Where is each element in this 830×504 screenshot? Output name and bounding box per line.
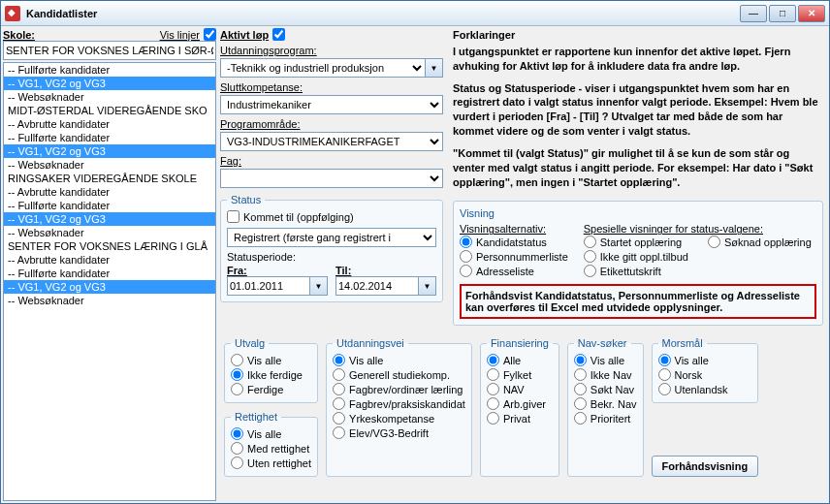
navsoker-group: Nav-søker Vis alle Ikke Nav Søkt Nav Bek… (567, 337, 644, 477)
kommet-til-check[interactable]: Kommet til (oppfølging) (227, 209, 436, 224)
spesielle-radio[interactable]: Etikettutskrift (584, 264, 688, 278)
list-item[interactable]: -- Fullførte kandidater (4, 199, 215, 212)
navsoker-radio[interactable]: Vis alle (574, 353, 637, 367)
finans-radio[interactable]: Fylket (487, 367, 553, 382)
navsoker-radio[interactable]: Søkt Nav (574, 382, 637, 396)
rettighet-radio[interactable]: Med rettighet (231, 441, 311, 456)
visningsalt-label: Visningsalternativ: (460, 223, 568, 235)
utdvei-radio[interactable]: Fagbrev/ordinær lærling (333, 382, 465, 396)
list-item[interactable]: -- VG1, VG2 og VG3 (4, 144, 215, 158)
list-item[interactable]: -- Websøknader (4, 158, 215, 172)
visningsalt-radio[interactable]: Kandidatstatus (460, 235, 568, 249)
rettighet-radio[interactable]: Vis alle (231, 426, 311, 441)
maximize-button[interactable]: □ (769, 5, 796, 22)
morsmal-radio[interactable]: Utenlandsk (658, 382, 752, 396)
utdprog-select[interactable]: -Teknikk og industriell produksjon (220, 58, 426, 78)
visningsalt-radio[interactable]: Adresseliste (460, 264, 568, 278)
finans-legend: Finansiering (487, 337, 553, 349)
aktivt-lop-label: Aktivt løp (220, 29, 269, 41)
aktivt-lop-check[interactable]: Aktivt løp (220, 28, 443, 41)
utdvei-legend: Utdanningsvei (333, 337, 408, 349)
navsoker-radio[interactable]: Ikke Nav (574, 367, 637, 382)
skole-label: Skole: (3, 29, 35, 41)
visningsalt-radio[interactable]: Personnummerliste (460, 249, 568, 264)
forklaring-p1: I utgangspunktet er rapportene kun innen… (453, 46, 790, 72)
minimize-button[interactable]: ― (740, 5, 767, 22)
titlebar: Kandidatlister ― □ ✕ (1, 1, 829, 26)
til-label: Til: (335, 265, 436, 276)
spesielle-radio[interactable]: Startet opplæring (584, 235, 688, 249)
utdvei-radio[interactable]: Vis alle (333, 353, 465, 367)
vis-linjer-checkbox[interactable] (204, 28, 216, 41)
kommet-til-checkbox[interactable] (227, 210, 239, 223)
programomrade-select[interactable]: VG3-INDUSTRIMEKANIKERFAGET (220, 132, 443, 151)
morsmal-radio[interactable]: Norsk (658, 367, 752, 382)
skole-list[interactable]: -- Fullførte kandidater-- VG1, VG2 og VG… (3, 62, 216, 501)
status-group: Status Kommet til (oppfølging) Registrer… (220, 194, 443, 302)
list-item[interactable]: -- Avbrutte kandidater (4, 117, 215, 131)
status-select[interactable]: Registrert (første gang registrert i (227, 228, 436, 247)
chevron-down-icon[interactable]: ▼ (426, 58, 443, 78)
morsmal-group: Morsmål Vis alle Norsk Utenlandsk (652, 337, 759, 403)
list-item[interactable]: -- VG1, VG2 og VG3 (4, 280, 215, 294)
morsmal-legend: Morsmål (658, 337, 707, 349)
close-button[interactable]: ✕ (798, 5, 825, 22)
utvalg-radio[interactable]: Ikke ferdige (231, 367, 311, 382)
fra-input[interactable] (227, 276, 310, 296)
excel-note: Forhåndsvist Kandidatstatus, Personnumme… (460, 284, 816, 319)
list-item[interactable]: -- Fullførte kandidater (4, 131, 215, 144)
vis-linjer-check[interactable]: Vis linjer (160, 28, 216, 41)
utdvei-radio[interactable]: Elev/VG3-Bedrift (333, 425, 465, 440)
chevron-down-icon[interactable]: ▼ (419, 276, 436, 296)
list-item[interactable]: -- Avbrutte kandidater (4, 185, 215, 199)
window-buttons: ― □ ✕ (740, 5, 825, 22)
statusperiode-label: Statusperiode: (227, 251, 436, 263)
left-panel: Skole: Vis linjer -- Fullførte kandidate… (3, 28, 216, 501)
utvalg-radio[interactable]: Vis alle (231, 353, 311, 367)
programomrade-label: Programområde: (220, 118, 443, 130)
spesielle-radio[interactable]: Ikke gitt oppl.tilbud (584, 249, 688, 264)
sluttkomp-label: Sluttkompetanse: (220, 81, 443, 93)
utdvei-radio[interactable]: Fagbrev/praksiskandidat (333, 396, 465, 411)
til-input[interactable] (335, 276, 419, 296)
finans-radio[interactable]: Privat (487, 411, 553, 425)
list-item[interactable]: -- VG1, VG2 og VG3 (4, 77, 215, 90)
morsmal-radio[interactable]: Vis alle (658, 353, 752, 367)
list-item[interactable]: -- Websøknader (4, 90, 215, 104)
list-item[interactable]: MIDT-ØSTERDAL VIDEREGÅENDE SKO (4, 104, 215, 117)
list-item[interactable]: -- Fullførte kandidater (4, 63, 215, 77)
forklaring-p2: Status og Statusperiode - viser i utgang… (453, 82, 818, 138)
navsoker-radio[interactable]: Bekr. Nav (574, 396, 637, 411)
forklaring-p3: "Kommet til (valgt Status)" gir mulighet… (453, 147, 813, 188)
list-item[interactable]: -- Websøknader (4, 226, 215, 239)
utvalg-radio[interactable]: Ferdige (231, 382, 311, 396)
spesielle-radio[interactable]: Søknad opplæring (708, 235, 812, 249)
finans-radio[interactable]: Alle (487, 353, 553, 367)
rettighet-group: Rettighet Vis alle Med rettighet Uten re… (224, 411, 318, 477)
list-item[interactable]: -- Websøknader (4, 294, 215, 307)
rettighet-radio[interactable]: Uten rettighet (231, 456, 311, 470)
chevron-down-icon[interactable]: ▼ (310, 276, 328, 296)
content: Skole: Vis linjer -- Fullførte kandidate… (1, 26, 829, 503)
skole-input[interactable] (3, 41, 216, 60)
aktivt-lop-checkbox[interactable] (272, 28, 285, 41)
list-item[interactable]: -- Fullførte kandidater (4, 267, 215, 280)
sluttkomp-select[interactable]: Industrimekaniker (220, 95, 443, 114)
utdvei-radio[interactable]: Yrkeskompetanse (333, 411, 465, 425)
list-item[interactable]: -- VG1, VG2 og VG3 (4, 212, 215, 226)
list-item[interactable]: -- Avbrutte kandidater (4, 253, 215, 267)
finans-radio[interactable]: Arb.giver (487, 396, 553, 411)
forhandsvisning-button[interactable]: Forhåndsvisning (652, 456, 759, 477)
app-window: Kandidatlister ― □ ✕ Skole: Vis linjer -… (0, 0, 830, 504)
finans-radio[interactable]: NAV (487, 382, 553, 396)
navsoker-radio[interactable]: Prioritert (574, 411, 637, 425)
rettighet-legend: Rettighet (231, 411, 281, 423)
forklaring-header: Forklaringer (453, 28, 823, 43)
utdvei-group: Utdanningsvei Vis alle Generell studieko… (326, 337, 472, 477)
list-item[interactable]: SENTER FOR VOKSNES LÆRING I GLÅ (4, 239, 215, 253)
list-item[interactable]: RINGSAKER VIDEREGÅENDE SKOLE (4, 172, 215, 185)
right-panel: Forklaringer I utgangspunktet er rapport… (449, 28, 827, 330)
utdvei-radio[interactable]: Generell studiekomp. (333, 367, 465, 382)
fag-select[interactable] (220, 169, 443, 188)
visning-legend: Visning (460, 207, 816, 219)
